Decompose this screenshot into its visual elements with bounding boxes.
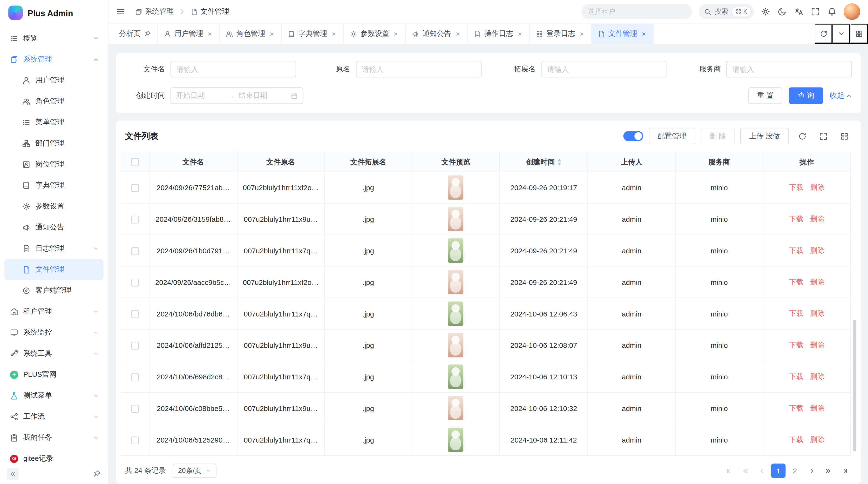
page-2-button[interactable]: 2	[788, 463, 802, 478]
tab-user-management[interactable]: 用户管理	[158, 24, 220, 44]
dark-mode-button[interactable]	[777, 7, 787, 17]
table-scrollbar[interactable]	[853, 320, 857, 451]
file-preview-thumbnail[interactable]	[448, 207, 463, 231]
select-all-checkbox[interactable]	[131, 158, 139, 166]
upload-button[interactable]: 上传 没做	[740, 128, 789, 144]
sidebar-item-role-management[interactable]: 角色管理	[4, 91, 103, 111]
row-checkbox[interactable]	[131, 310, 139, 318]
download-link[interactable]: 下载	[789, 341, 804, 349]
language-button[interactable]	[794, 7, 804, 17]
delete-link[interactable]: 删除	[810, 341, 825, 349]
close-icon[interactable]	[455, 30, 461, 37]
user-avatar[interactable]	[844, 3, 860, 20]
file-preview-thumbnail[interactable]	[448, 270, 463, 294]
query-button[interactable]: 查 询	[789, 88, 823, 104]
fullscreen-button[interactable]	[810, 7, 820, 17]
sidebar-item-plus-website[interactable]: PLUS官网	[4, 364, 103, 385]
column-settings-button[interactable]	[836, 128, 852, 144]
close-icon[interactable]	[517, 30, 523, 37]
row-checkbox[interactable]	[131, 436, 139, 444]
row-checkbox[interactable]	[131, 405, 139, 412]
tab-login-log[interactable]: 登录日志	[530, 24, 592, 44]
close-icon[interactable]	[207, 30, 213, 37]
tab-dictionary-management[interactable]: 字典管理	[282, 24, 344, 44]
delete-link[interactable]: 删除	[810, 309, 825, 317]
delete-link[interactable]: 删除	[810, 215, 825, 223]
close-icon[interactable]	[331, 30, 337, 37]
layout-toggle-button[interactable]	[850, 24, 868, 44]
file-preview-thumbnail[interactable]	[448, 364, 463, 389]
extension-input[interactable]	[541, 61, 667, 77]
breadcrumb-item-file-management[interactable]: 文件管理	[190, 7, 229, 17]
config-management-button[interactable]: 配置管理	[649, 128, 695, 144]
tab-analysis[interactable]: 分析页	[113, 24, 158, 44]
file-preview-thumbnail[interactable]	[448, 396, 463, 420]
sidebar-item-dictionary-management[interactable]: 字典管理	[4, 175, 103, 196]
sidebar-item-system-monitor[interactable]: 系统监控	[4, 322, 103, 343]
refresh-list-button[interactable]	[795, 128, 810, 144]
row-checkbox[interactable]	[131, 247, 139, 255]
jump-forward-button[interactable]	[821, 463, 835, 478]
settings-button[interactable]	[761, 7, 771, 17]
sidebar-item-log-management[interactable]: 日志管理	[4, 238, 103, 259]
download-link[interactable]: 下载	[789, 435, 804, 444]
first-page-button[interactable]	[721, 463, 736, 478]
previous-page-button[interactable]	[754, 463, 769, 478]
pin-icon[interactable]	[92, 470, 101, 479]
file-preview-thumbnail[interactable]	[448, 175, 463, 200]
sidebar-item-client-management[interactable]: 客户端管理	[4, 280, 103, 301]
delete-link[interactable]: 删除	[810, 404, 825, 412]
row-checkbox[interactable]	[131, 216, 139, 223]
last-page-button[interactable]	[838, 463, 852, 478]
row-checkbox[interactable]	[131, 184, 139, 192]
page-1-button[interactable]: 1	[771, 463, 785, 478]
download-link[interactable]: 下载	[789, 278, 804, 286]
sidebar-item-test-menu[interactable]: 测试菜单	[4, 385, 103, 406]
sidebar-item-parameter-settings[interactable]: 参数设置	[4, 196, 103, 217]
sidebar-item-file-management[interactable]: 文件管理	[4, 259, 103, 280]
download-link[interactable]: 下载	[789, 309, 804, 317]
tab-file-management[interactable]: 文件管理	[592, 24, 654, 44]
file-preview-thumbnail[interactable]	[448, 333, 463, 357]
sidebar-item-notice-announcement[interactable]: 通知公告	[4, 217, 103, 238]
hamburger-menu-icon[interactable]	[116, 7, 125, 16]
download-link[interactable]: 下载	[789, 246, 804, 254]
tab-operation-log[interactable]: 操作日志	[468, 24, 530, 44]
sidebar-item-menu-management[interactable]: 菜单管理	[4, 112, 103, 133]
tab-role-management[interactable]: 角色管理	[220, 24, 282, 44]
collapse-filter-link[interactable]: 收起	[830, 91, 852, 100]
sidebar-item-department-management[interactable]: 部门管理	[4, 133, 103, 154]
breadcrumb-item-system[interactable]: 系统管理	[135, 7, 174, 17]
delete-link[interactable]: 删除	[810, 435, 825, 444]
close-icon[interactable]	[641, 30, 647, 37]
row-checkbox[interactable]	[131, 374, 139, 381]
delete-link[interactable]: 删除	[810, 246, 825, 254]
delete-link[interactable]: 删除	[810, 372, 825, 380]
sidebar-item-system-tools[interactable]: 系统工具	[4, 343, 103, 364]
download-link[interactable]: 下载	[789, 372, 804, 380]
provider-input[interactable]	[726, 61, 852, 77]
row-checkbox[interactable]	[131, 342, 139, 350]
download-link[interactable]: 下载	[789, 404, 804, 412]
page-size-select[interactable]: 20条/页	[173, 463, 217, 478]
file-name-input[interactable]	[170, 61, 296, 77]
sidebar-item-tenant-management[interactable]: 租户管理	[4, 301, 103, 322]
delete-link[interactable]: 删除	[810, 278, 825, 286]
close-icon[interactable]	[269, 30, 275, 37]
global-search-button[interactable]: 搜索 ⌘ K	[698, 4, 754, 19]
sort-asc-icon[interactable]	[558, 159, 562, 161]
delete-button[interactable]: 删 除	[701, 128, 735, 144]
download-link[interactable]: 下载	[789, 215, 804, 223]
fullscreen-table-button[interactable]	[815, 128, 831, 144]
download-link[interactable]: 下载	[789, 183, 804, 191]
tab-notice-announcement[interactable]: 通知公告	[406, 24, 468, 44]
reset-button[interactable]: 重 置	[748, 88, 782, 104]
close-icon[interactable]	[579, 30, 585, 37]
next-page-button[interactable]	[804, 463, 819, 478]
file-preview-thumbnail[interactable]	[448, 238, 463, 263]
start-date-placeholder[interactable]: 开始日期	[176, 91, 225, 100]
end-date-placeholder[interactable]: 结束日期	[239, 91, 287, 100]
refresh-tab-button[interactable]	[815, 24, 833, 44]
tenant-select-input[interactable]	[581, 4, 692, 19]
sidebar-item-my-tasks[interactable]: 我的任务	[4, 427, 103, 448]
